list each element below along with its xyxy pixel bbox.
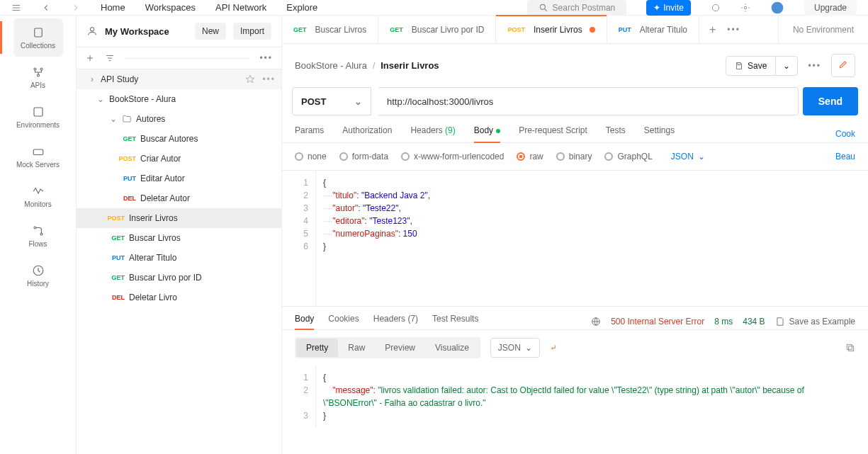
- tree-item-deletar-livro[interactable]: DELDeletar Livro: [77, 288, 281, 307]
- tree-collection-bookstore[interactable]: ⌄BookStore - Alura: [77, 89, 281, 109]
- environment-selector[interactable]: No Environment: [778, 16, 868, 43]
- body-none[interactable]: none: [295, 152, 327, 161]
- tree-item-criar-autor[interactable]: POSTCriar Autor: [77, 149, 281, 169]
- method-selector[interactable]: POST⌄: [292, 87, 371, 115]
- body-formdata[interactable]: form-data: [339, 152, 388, 161]
- tab-alterar-titulo[interactable]: PUTAlterar Titulo: [607, 16, 699, 43]
- save-button[interactable]: Save: [726, 56, 776, 76]
- tab-buscar-livros[interactable]: GETBuscar Livros: [282, 16, 378, 43]
- view-raw[interactable]: Raw: [338, 339, 375, 357]
- tree-item-buscar-livros[interactable]: GETBuscar Livros: [77, 228, 281, 248]
- request-body-editor[interactable]: 123456 { ····"titulo": "Backend Java 2",…: [282, 171, 868, 307]
- rail-flows[interactable]: Flows: [13, 217, 63, 255]
- url-input[interactable]: [378, 87, 799, 115]
- view-pretty[interactable]: Pretty: [296, 339, 338, 357]
- resp-tab-tests[interactable]: Test Results: [432, 314, 478, 329]
- tree-folder-api-study[interactable]: ›API Study •••: [77, 69, 281, 89]
- tab-tests[interactable]: Tests: [606, 125, 626, 142]
- rail-monitors[interactable]: Monitors: [13, 177, 63, 215]
- tree-item-alterar-titulo[interactable]: PUTAlterar Titulo: [77, 248, 281, 268]
- copy-icon[interactable]: [845, 343, 855, 353]
- tab-inserir-livros[interactable]: POSTInserir Livros: [496, 16, 607, 43]
- import-button[interactable]: Import: [233, 23, 271, 40]
- tab-params[interactable]: Params: [295, 125, 324, 142]
- body-binary[interactable]: binary: [556, 152, 592, 161]
- resp-tab-cookies[interactable]: Cookies: [328, 314, 359, 329]
- svg-point-2: [744, 6, 747, 9]
- search-input[interactable]: Search Postman: [527, 0, 627, 16]
- save-example-button[interactable]: Save as Example: [775, 317, 855, 327]
- tree-item-buscar-autores[interactable]: GETBuscar Autores: [77, 129, 281, 149]
- nav-home[interactable]: Home: [101, 2, 125, 13]
- tab-authorization[interactable]: Authorization: [342, 125, 392, 142]
- response-format-selector[interactable]: JSON⌄: [490, 338, 540, 358]
- rail-apis[interactable]: APIs: [13, 58, 63, 96]
- svg-point-1: [712, 4, 718, 11]
- tab-bar: GETBuscar Livros GETBuscar Livro por ID …: [282, 16, 868, 44]
- cookies-link[interactable]: Cook: [835, 129, 855, 139]
- tree-item-deletar-autor[interactable]: DELDeletar Autor: [77, 188, 281, 208]
- menu-icon[interactable]: [11, 3, 21, 13]
- response-time: 8 ms: [714, 317, 733, 327]
- sidebar-more-icon[interactable]: •••: [259, 53, 273, 63]
- tab-more-icon[interactable]: •••: [727, 25, 740, 35]
- code-area[interactable]: { ····"titulo": "Backend Java 2", ····"a…: [316, 171, 437, 306]
- star-icon[interactable]: [245, 74, 255, 84]
- new-tab-icon[interactable]: +: [709, 23, 716, 36]
- new-button[interactable]: New: [195, 23, 226, 40]
- nav-workspaces[interactable]: Workspaces: [145, 2, 196, 13]
- svg-point-5: [34, 68, 36, 70]
- response-body-editor[interactable]: 123 { "message": "livros validation fail…: [282, 365, 868, 428]
- wrap-lines-icon[interactable]: ⤶: [550, 343, 557, 353]
- edit-button[interactable]: [831, 54, 855, 77]
- tab-prerequest[interactable]: Pre-request Script: [519, 125, 587, 142]
- tab-headers[interactable]: Headers (9): [410, 125, 455, 142]
- breadcrumb-parent[interactable]: BookStore - Alura: [295, 60, 367, 71]
- tree-folder-autores[interactable]: ⌄Autores: [77, 109, 281, 129]
- filter-icon[interactable]: [105, 53, 115, 63]
- tab-buscar-livro-id[interactable]: GETBuscar Livro por ID: [378, 16, 496, 43]
- body-graphql[interactable]: GraphQL: [604, 152, 652, 161]
- tree-item-buscar-livro-id[interactable]: GETBuscar Livro por ID: [77, 268, 281, 288]
- notifications-icon[interactable]: [711, 3, 721, 13]
- nav-explore[interactable]: Explore: [286, 2, 317, 13]
- request-more-icon[interactable]: •••: [808, 61, 821, 71]
- response-size: 434 B: [743, 317, 765, 327]
- tree-item-editar-autor[interactable]: PUTEditar Autor: [77, 169, 281, 188]
- tree-item-inserir-livros[interactable]: POSTInserir Livros: [77, 208, 281, 228]
- body-raw[interactable]: raw: [517, 152, 543, 161]
- collection-tree: ›API Study ••• ⌄BookStore - Alura ⌄Autor…: [77, 69, 281, 454]
- nav-api-network[interactable]: API Network: [215, 2, 266, 13]
- tab-body[interactable]: Body: [474, 125, 500, 142]
- forward-icon[interactable]: [71, 3, 81, 13]
- save-dropdown[interactable]: ⌄: [776, 56, 798, 76]
- body-urlencoded[interactable]: x-www-form-urlencoded: [401, 152, 504, 161]
- rail-mock[interactable]: Mock Servers: [13, 137, 63, 176]
- plus-icon[interactable]: [85, 53, 95, 63]
- settings-icon[interactable]: [740, 3, 750, 13]
- response-view-mode: Pretty Raw Preview Visualize: [295, 337, 480, 358]
- response-tabs: Body Cookies Headers (7) Test Results 50…: [282, 307, 868, 330]
- invite-button[interactable]: ✦Invite: [646, 0, 691, 16]
- tab-settings[interactable]: Settings: [644, 125, 675, 142]
- rail-environments[interactable]: Environments: [13, 98, 63, 136]
- upgrade-button[interactable]: Upgrade: [804, 0, 857, 16]
- back-icon[interactable]: [41, 3, 51, 13]
- resp-tab-body[interactable]: Body: [295, 314, 314, 329]
- view-preview[interactable]: Preview: [375, 339, 425, 357]
- pencil-icon: [838, 59, 848, 69]
- dirty-dot-icon: [590, 27, 595, 33]
- body-format-selector[interactable]: JSON⌄: [671, 152, 705, 161]
- svg-rect-9: [33, 149, 43, 155]
- rail-history[interactable]: History: [13, 256, 63, 295]
- avatar-icon[interactable]: [770, 1, 784, 15]
- globe-icon[interactable]: [591, 317, 601, 327]
- workspace-name[interactable]: My Workspace: [105, 26, 188, 37]
- request-tabs: Params Authorization Headers (9) Body Pr…: [282, 115, 868, 143]
- beautify-link[interactable]: Beau: [835, 152, 855, 161]
- body-type-selector: none form-data x-www-form-urlencoded raw…: [282, 143, 868, 171]
- send-button[interactable]: Send: [803, 87, 858, 115]
- resp-tab-headers[interactable]: Headers (7): [373, 314, 418, 329]
- view-visualize[interactable]: Visualize: [425, 339, 479, 357]
- rail-collections[interactable]: Collections: [13, 18, 63, 57]
